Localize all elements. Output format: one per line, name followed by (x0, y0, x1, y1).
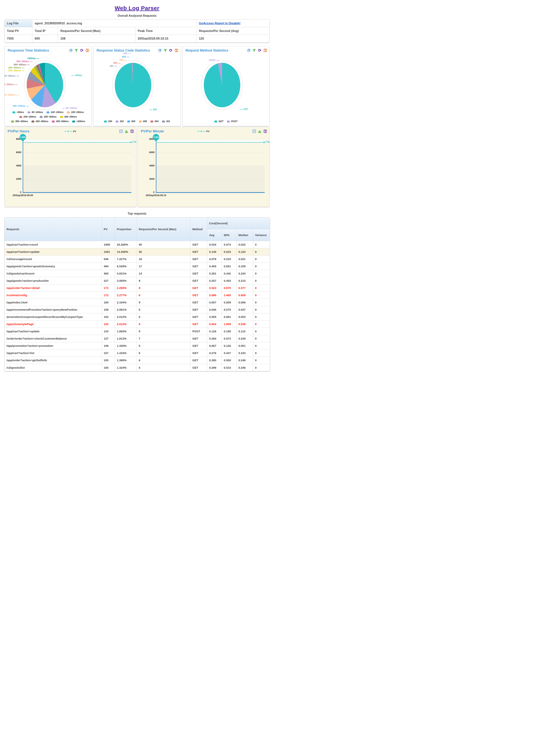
legend-label: 500 (131, 120, 135, 123)
cell-median: 0.339 (237, 263, 253, 270)
pie-callout-label: <50ms (71, 74, 82, 77)
save-icon[interactable] (85, 49, 89, 52)
legend-item[interactable]: 304 (150, 120, 159, 123)
table-row[interactable]: /app/index.html 165 2.184% 9 GET 0.007 0… (5, 299, 270, 306)
funnel-icon[interactable] (163, 49, 167, 52)
cell-rps-max: 8 (137, 277, 190, 284)
markline-value-label: 7,555 (265, 140, 270, 143)
pv-legend[interactable]: PV (5, 130, 136, 133)
pv-chart-panel: PV/Per Hours PV 80006000400020000 (4, 127, 136, 207)
cell-pv: 1909 (102, 241, 115, 248)
pv-legend[interactable]: PV (138, 130, 269, 133)
cell-method: GET (190, 270, 207, 277)
cell-request-path: /order/order?action=checkCustomerBalance (5, 335, 102, 342)
line-chart-icon[interactable] (119, 129, 123, 133)
table-row[interactable]: /app/goods?action=productSet 227 3.005% … (5, 277, 270, 284)
legend-item[interactable]: 350~400ms (11, 120, 28, 123)
legend-item[interactable]: 400~450ms (31, 120, 48, 123)
col-proportion: Proportion (115, 217, 137, 241)
table-row[interactable]: /app/cart?action=count 1909 25.268% 45 G… (5, 241, 270, 248)
pie-chart-icon[interactable] (247, 49, 251, 52)
legend-item[interactable]: 50~100ms (27, 111, 43, 114)
legend-item[interactable]: 450~500ms (52, 120, 69, 123)
table-row[interactable]: /app/promotion?action=promotion 108 1.43… (5, 342, 270, 349)
plot-top-band (23, 139, 131, 142)
overall-subtitle: Overall Analyzed Requests (0, 14, 274, 18)
line-chart-icon[interactable] (252, 129, 256, 133)
table-row[interactable]: /runtime/config 172 2.277% 8 GET 0.686 1… (5, 292, 270, 299)
legend-item[interactable]: GET (214, 120, 223, 123)
bar-chart-icon[interactable] (258, 129, 262, 133)
table-row[interactable]: /app/cart?action=update 1081 14.308% 30 … (5, 248, 270, 255)
cell-request-path: /app/order?action=detail (5, 284, 102, 292)
table-row[interactable]: /v2/goods/cart/count 365 4.831% 14 GET 0… (5, 270, 270, 277)
save-icon[interactable] (263, 49, 267, 52)
y-axis-tick-label: 4000 (143, 164, 155, 167)
cell-90: 0.975 (222, 284, 237, 292)
refresh-icon[interactable]: ⟳ (258, 49, 262, 52)
cell-request-path: /runtime/config (5, 292, 102, 299)
legend-item[interactable]: 499 (139, 120, 147, 123)
save-icon[interactable] (263, 129, 267, 133)
table-row[interactable]: /app/order?action=detail 173 2.290% 8 GE… (5, 284, 270, 292)
legend-item[interactable]: 150~200ms (67, 111, 84, 114)
cell-rps-max: 30 (137, 248, 190, 255)
cell-variance: 0 (253, 277, 270, 284)
peak-value-pin[interactable]: 7,555 (153, 134, 159, 140)
save-icon[interactable] (174, 49, 178, 52)
table-row[interactable]: /app/showstylePage 152 2.012% 8 GET 0.65… (5, 321, 270, 328)
cell-variance: 0 (253, 328, 270, 335)
bar-chart-icon[interactable] (125, 129, 128, 133)
cell-pv: 152 (102, 321, 115, 328)
cell-variance: 0 (253, 349, 270, 357)
table-row[interactable]: /app/cart?action=update 143 1.893% 8 POS… (5, 328, 270, 335)
status-code-pie[interactable] (115, 63, 151, 107)
legend-line-icon (198, 131, 199, 132)
refresh-icon[interactable]: ⟳ (169, 49, 173, 52)
table-row[interactable]: /app/recommendFunction?action=queryNewFu… (5, 306, 270, 313)
table-row[interactable]: /app/goods?action=goodsSummary 494 6.539… (5, 263, 270, 270)
funnel-icon[interactable] (74, 49, 78, 52)
legend-swatch-icon (150, 120, 153, 123)
legend-item[interactable]: POST (227, 120, 237, 123)
legend-item[interactable]: 301 (162, 120, 170, 123)
pie-chart-icon[interactable] (69, 49, 73, 52)
response-time-pie[interactable] (27, 63, 63, 107)
legend-item[interactable]: 500 (127, 120, 135, 123)
legend-item[interactable]: 100~150ms (46, 111, 63, 114)
table-row[interactable]: /v2/message/count 546 7.227% 18 GET 0.07… (5, 255, 270, 263)
peak-value-pin[interactable]: 7,555 (20, 134, 26, 140)
table-row[interactable]: /app/cart?action=list 107 1.416% 6 GET 0… (5, 349, 270, 357)
legend-item[interactable]: 200~250ms (19, 115, 36, 118)
pie-chart-icon[interactable] (158, 49, 162, 52)
legend-item[interactable]: 302 (115, 120, 124, 123)
legend-label: 450~500ms (56, 120, 69, 123)
table-row[interactable]: /order/order?action=checkCustomerBalance… (5, 335, 270, 342)
legend-item[interactable]: 300~350ms (60, 115, 77, 118)
legend-item[interactable]: 250~300ms (40, 115, 57, 118)
request-method-pie[interactable] (204, 63, 240, 107)
cell-avg: 0.007 (207, 299, 222, 306)
cell-method: GET (190, 357, 207, 364)
legend-label: 200~250ms (23, 115, 36, 118)
col-rps-max: Requests/Per Second (Max) (137, 217, 190, 241)
goaccess-report-link[interactable]: GoAccess Report Is Disable! (199, 22, 241, 25)
pie-legend-row: 200302500499304301 (93, 120, 180, 123)
table-row[interactable]: /app/order?action=getSelfInfo 105 1.390%… (5, 357, 270, 364)
cell-variance: 0 (253, 255, 270, 263)
table-row[interactable]: /v2/goods/list 100 1.324% 6 GET 0.299 0.… (5, 364, 270, 371)
cell-rps-max: 9 (137, 299, 190, 306)
save-icon[interactable] (130, 129, 134, 133)
cell-variance: 0 (253, 306, 270, 313)
cell-90: 0.223 (222, 248, 237, 255)
y-axis-tick-label: 8000 (143, 138, 155, 140)
refresh-icon[interactable]: ⟳ (80, 49, 84, 52)
legend-item[interactable]: 200 (104, 120, 112, 123)
cell-proportion: 14.308% (115, 248, 137, 255)
table-row[interactable]: /promotion/coupon/couponRecord/countByCo… (5, 313, 270, 321)
legend-swatch-icon (127, 120, 130, 123)
legend-item[interactable]: >500ms (72, 120, 85, 123)
legend-item[interactable]: <50ms (12, 111, 24, 114)
legend-label: 302 (120, 120, 124, 123)
funnel-icon[interactable] (252, 49, 256, 52)
